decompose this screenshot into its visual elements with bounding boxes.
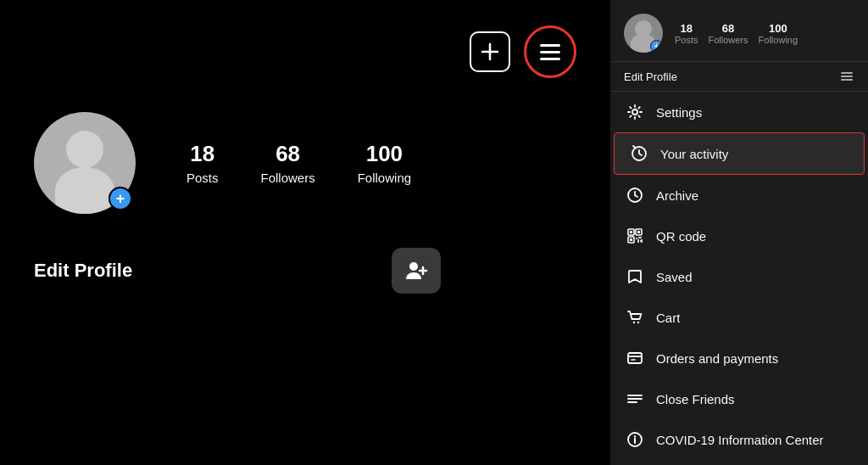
mini-following-count: 100 <box>769 22 787 35</box>
menu-item-cart[interactable]: Cart <box>610 297 868 338</box>
mini-followers-stat[interactable]: 68 Followers <box>709 22 748 45</box>
archive-icon <box>626 186 644 204</box>
svg-rect-7 <box>841 79 853 81</box>
qr-code-icon <box>626 227 644 245</box>
add-friend-icon <box>404 261 428 281</box>
cart-label: Cart <box>656 311 680 325</box>
your-activity-label: Your activity <box>660 147 728 161</box>
close-friends-icon <box>626 389 644 408</box>
options-icon <box>839 69 854 84</box>
mini-add-button[interactable]: + <box>650 40 663 53</box>
stats-row: 18 Posts 68 Followers 100 Following <box>186 141 411 185</box>
saved-label: Saved <box>656 270 693 284</box>
following-stat[interactable]: 100 Following <box>358 141 411 185</box>
edit-profile-button[interactable]: Edit Profile <box>34 260 132 282</box>
saved-icon <box>626 267 644 286</box>
mini-stats: 18 Posts 68 Followers 100 Following <box>675 22 798 45</box>
mini-following-label: Following <box>759 35 798 45</box>
menu-item-saved[interactable]: Saved <box>610 256 868 297</box>
mini-edit-profile-button[interactable]: Edit Profile <box>624 70 677 83</box>
add-friend-button[interactable] <box>392 248 441 294</box>
activity-icon <box>630 144 648 163</box>
menu-item-orders-payments[interactable]: Orders and payments <box>610 338 868 378</box>
svg-point-23 <box>637 322 639 323</box>
mini-posts-label: Posts <box>675 35 698 45</box>
avatar-body <box>55 167 114 214</box>
followers-count: 68 <box>275 141 300 167</box>
svg-rect-15 <box>637 231 640 233</box>
edit-area: Edit Profile <box>34 248 441 294</box>
following-count: 100 <box>366 141 403 167</box>
add-avatar-button[interactable]: + <box>108 187 132 210</box>
hamburger-icon <box>540 44 560 60</box>
posts-stat[interactable]: 18 Posts <box>186 141 219 185</box>
archive-label: Archive <box>656 188 698 203</box>
menu-item-qr-code[interactable]: QR code <box>610 216 868 256</box>
svg-point-8 <box>632 109 637 115</box>
followers-label: Followers <box>261 171 315 185</box>
svg-point-2 <box>409 262 418 271</box>
covid-label: COVID-19 Information Center <box>656 433 824 447</box>
settings-label: Settings <box>656 105 702 120</box>
mini-edit-row: Edit Profile <box>610 62 868 92</box>
svg-rect-6 <box>841 76 853 77</box>
following-label: Following <box>358 171 411 185</box>
svg-rect-16 <box>630 238 632 241</box>
settings-icon <box>626 103 644 121</box>
menu-item-covid[interactable]: COVID-19 Information Center <box>610 419 868 460</box>
top-bar <box>34 25 576 78</box>
menu-item-archive[interactable]: Archive <box>610 175 868 216</box>
svg-rect-5 <box>841 72 853 74</box>
posts-count: 18 <box>190 141 214 167</box>
right-panel: + 18 Posts 68 Followers 100 Following Ed… <box>610 0 868 465</box>
left-panel: + 18 Posts 68 Followers 100 Following Ed… <box>0 0 610 465</box>
orders-payments-label: Orders and payments <box>656 351 778 366</box>
cart-icon <box>626 308 644 327</box>
profile-section: + 18 Posts 68 Followers 100 Following <box>34 112 411 214</box>
followers-stat[interactable]: 68 Followers <box>261 141 315 185</box>
menu-button[interactable] <box>524 25 576 78</box>
avatar-container: + <box>34 112 136 214</box>
menu-item-close-friends[interactable]: Close Friends <box>610 378 868 419</box>
svg-point-32 <box>634 435 636 437</box>
svg-point-22 <box>633 322 635 323</box>
qr-code-label: QR code <box>656 229 706 244</box>
posts-label: Posts <box>186 171 219 185</box>
avatar-head <box>66 131 103 168</box>
svg-rect-24 <box>628 353 642 363</box>
mini-avatar: + <box>624 14 663 53</box>
add-content-button[interactable] <box>470 31 510 72</box>
mini-posts-stat[interactable]: 18 Posts <box>675 22 698 45</box>
mini-followers-label: Followers <box>709 35 748 45</box>
mini-posts-count: 18 <box>681 22 693 35</box>
mini-following-stat[interactable]: 100 Following <box>759 22 798 45</box>
menu-list: Settings Your activity Archive <box>610 92 868 465</box>
mini-followers-count: 68 <box>722 22 734 35</box>
covid-icon <box>626 430 644 449</box>
svg-rect-14 <box>630 231 632 233</box>
menu-item-settings[interactable]: Settings <box>610 92 868 132</box>
menu-item-your-activity[interactable]: Your activity <box>614 132 865 175</box>
orders-icon <box>626 349 644 367</box>
close-friends-label: Close Friends <box>656 392 735 406</box>
mini-header: + 18 Posts 68 Followers 100 Following <box>610 0 868 62</box>
